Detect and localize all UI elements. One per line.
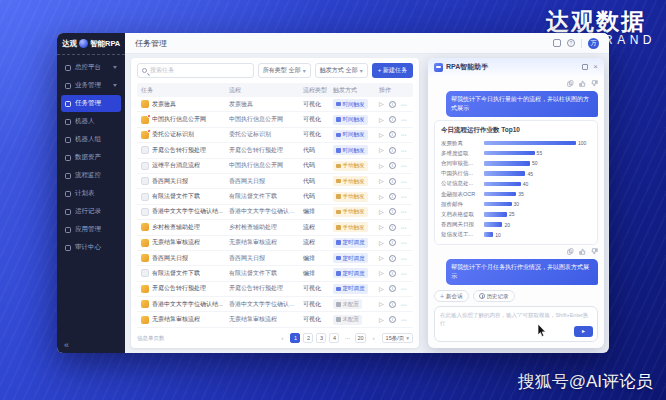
prev-page-button[interactable]: ‹ [277,333,287,343]
thumbs-up-icon[interactable] [579,80,586,87]
table-row[interactable]: 有限法督文件下载有限法督文件下载编排定时调度▷i⋯ [137,266,413,281]
copy-icon[interactable] [567,248,574,255]
table-row[interactable]: 香港中文大学学位确认结...香港中文大学学位确认结果查...可视化未配置▷i⋯ [137,297,413,312]
table-row[interactable]: 香西网关日报香西网关日报代码手动触发▷i⋯ [137,174,413,189]
run-icon[interactable]: ▷ [379,209,384,215]
user-avatar[interactable]: 万 [588,38,599,49]
sidebar-item-业务管理[interactable]: 业务管理 [61,77,121,94]
sidebar-item-计划表[interactable]: 计划表 [61,185,121,202]
table-row[interactable]: 委托公证标识别委托公证标识别可视化时间触发▷i⋯ [137,128,413,143]
table-row[interactable]: 运维平台消息流程中国执行信息公开网代码手动触发▷i⋯ [137,159,413,174]
table-row[interactable]: 香西网关日报香西网关日报编排定时调度▷i⋯ [137,251,413,266]
info-icon[interactable]: i [389,255,396,262]
more-icon[interactable]: ⋯ [401,301,408,308]
more-icon[interactable]: ⋯ [401,147,408,154]
thumbs-down-icon[interactable] [591,248,598,255]
send-button[interactable]: ▸ [574,326,593,337]
sidebar-item-机器人[interactable]: 机器人 [61,113,121,130]
info-icon[interactable]: i [389,239,396,246]
run-icon[interactable]: ▷ [379,255,384,261]
info-icon[interactable]: i [389,301,396,308]
more-icon[interactable]: ⋯ [401,239,408,246]
run-icon[interactable]: ▷ [379,178,384,184]
table-row[interactable]: 发票验真发票验真可视化时间触发▷i⋯ [137,97,413,112]
info-icon[interactable]: i [389,316,396,323]
more-icon[interactable]: ⋯ [401,178,408,185]
info-icon[interactable]: i [389,193,396,200]
sidebar-item-运行记录[interactable]: 运行记录 [61,203,121,220]
run-icon[interactable]: ▷ [379,286,384,292]
sidebar-item-任务管理[interactable]: 任务管理 [61,95,121,112]
run-icon[interactable]: ▷ [379,224,384,230]
filter-type-dropdown[interactable]: 所有类型 全部 ▾ [258,63,311,78]
more-icon[interactable]: ⋯ [401,208,408,215]
sidebar-item-机器人组[interactable]: 机器人组 [61,131,121,148]
run-icon[interactable]: ▷ [379,163,384,169]
page-size-select[interactable]: 15条/页▾ [382,333,413,343]
page-button-2[interactable]: 2 [303,333,313,343]
table-row[interactable]: 乡村检查辅助处理乡村检查辅助处理流程手动触发▷i⋯ [137,220,413,235]
run-icon[interactable]: ▷ [379,194,384,200]
run-icon[interactable]: ▷ [379,101,384,107]
table-row[interactable]: 有限法督文件下载有限法督文件下载代码手动触发▷i⋯ [137,189,413,204]
more-icon[interactable]: ⋯ [401,270,408,277]
thumbs-up-icon[interactable] [579,248,586,255]
info-icon[interactable]: i [389,147,396,154]
more-icon[interactable]: ⋯ [401,285,408,292]
window-icon[interactable] [553,39,561,47]
table-row[interactable]: 开庭公告转行预处理开庭公告转行预处理可视化定时调度▷i⋯ [137,282,413,297]
new-task-button[interactable]: + 新建任务 [372,63,413,78]
info-icon[interactable]: i [389,101,396,108]
filter-trigger-dropdown[interactable]: 触发方式 全部 ▾ [315,63,368,78]
more-icon[interactable]: ⋯ [401,255,408,262]
more-icon[interactable]: ⋯ [401,101,408,108]
info-icon[interactable]: i [389,270,396,277]
run-icon[interactable]: ▷ [379,317,384,323]
info-icon[interactable]: i [389,178,396,185]
table-row[interactable]: 香港中文大学学位确认结...香港中文大学学位确认结果查...编排手动触发▷i⋯ [137,205,413,220]
page-button-1[interactable]: 1 [290,333,300,343]
page-button-20[interactable]: 20 [355,333,365,343]
copy-icon[interactable] [567,80,574,87]
more-icon[interactable]: ⋯ [401,162,408,169]
sidebar-collapse-button[interactable]: « [57,338,125,353]
thumbs-down-icon[interactable] [591,80,598,87]
page-button-3[interactable]: 3 [316,333,326,343]
sidebar-item-应用管理[interactable]: 应用管理 [61,221,121,238]
more-icon[interactable]: ⋯ [401,116,408,123]
info-icon[interactable]: i [389,224,396,231]
table-row[interactable]: 中国执行信息公开网中国执行信息公开网可视化时间触发▷i⋯ [137,112,413,127]
sidebar-item-审计中心[interactable]: 审计中心 [61,239,121,256]
page-button-4[interactable]: 4 [329,333,339,343]
run-icon[interactable]: ▷ [379,132,384,138]
run-icon[interactable]: ▷ [379,270,384,276]
more-icon[interactable]: ⋯ [401,316,408,323]
run-icon[interactable]: ▷ [379,240,384,246]
help-icon[interactable]: ? [567,39,575,47]
run-icon[interactable]: ▷ [379,301,384,307]
more-icon[interactable]: ⋯ [401,224,408,231]
close-icon[interactable]: × [593,63,598,71]
next-page-button[interactable]: › [369,333,379,343]
table-row[interactable]: 无票结算审核流程无票结算审核流程可视化未配置▷i⋯ [137,312,413,327]
history-button[interactable]: 历史记录 [473,290,515,302]
table-row[interactable]: 无票结算审核流程无票结算审核流程流程定时调度▷i⋯ [137,236,413,251]
new-chat-button[interactable]: + 新会话 [434,290,469,302]
info-icon[interactable]: i [389,131,396,138]
run-icon[interactable]: ▷ [379,117,384,123]
sidebar-item-流程监控[interactable]: 流程监控 [61,167,121,184]
info-icon[interactable]: i [389,162,396,169]
table-row[interactable]: 开庭公告转行预处理开庭公告转行预处理代码时间触发▷i⋯ [137,143,413,158]
sidebar-item-数据资产[interactable]: 数据资产 [61,149,121,166]
chat-input[interactable]: 在此输入你想了解的内容，输入"/"可获取模板，Shift+Enter换行 ▸ [434,306,598,342]
info-icon[interactable]: i [389,285,396,292]
search-input[interactable]: 搜索任务 [137,63,254,78]
more-icon[interactable]: ⋯ [401,193,408,200]
more-icon[interactable]: ⋯ [401,131,408,138]
info-icon[interactable]: i [389,116,396,123]
sidebar-item-总控平台[interactable]: 总控平台 [61,59,121,76]
expand-icon[interactable] [582,64,588,70]
trigger-cell: 手动触发 [333,222,379,232]
run-icon[interactable]: ▷ [379,147,384,153]
info-icon[interactable]: i [389,208,396,215]
